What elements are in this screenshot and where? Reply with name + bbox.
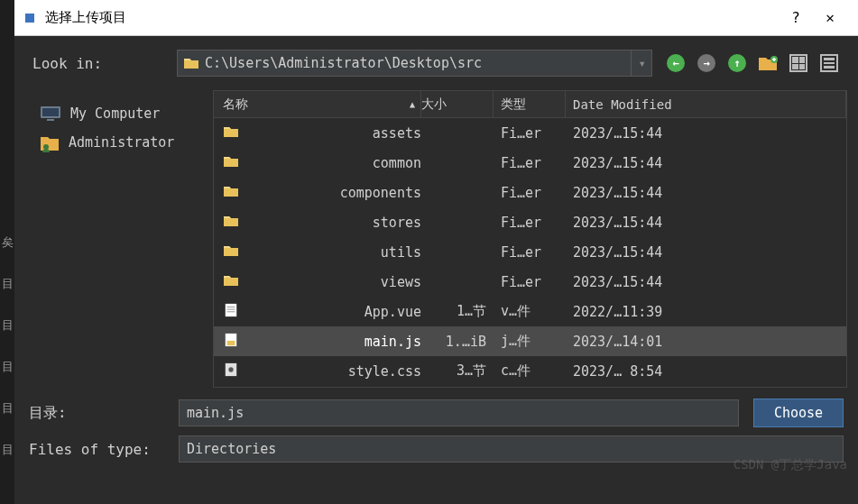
help-button[interactable]: ? bbox=[779, 9, 813, 26]
file-size: 1.…iB bbox=[421, 334, 494, 350]
file-type: Fi…er bbox=[494, 274, 566, 290]
lookin-label: Look in: bbox=[32, 55, 177, 72]
file-row[interactable]: storesFi…er2023/…15:44 bbox=[214, 207, 846, 237]
column-header-type[interactable]: 类型 bbox=[494, 91, 566, 117]
choose-button[interactable]: Choose bbox=[753, 399, 844, 427]
file-type: c…件 bbox=[494, 362, 566, 380]
folder-icon bbox=[223, 154, 239, 172]
svg-rect-3 bbox=[47, 119, 54, 121]
app-icon bbox=[25, 14, 34, 23]
file-date: 2023/…15:44 bbox=[566, 274, 846, 290]
file-row[interactable]: utilsFi…er2023/…15:44 bbox=[214, 237, 846, 267]
file-row[interactable]: assetsFi…er2023/…15:44 bbox=[214, 118, 846, 148]
file-name: App.vue bbox=[364, 304, 421, 320]
window-title: 选择上传项目 bbox=[45, 9, 779, 26]
titlebar: 选择上传项目 ? ✕ bbox=[14, 0, 858, 36]
file-icon bbox=[223, 303, 239, 321]
dir-input[interactable] bbox=[179, 399, 739, 426]
file-type: Fi…er bbox=[494, 185, 566, 201]
dir-label: 目录: bbox=[29, 404, 171, 423]
close-button[interactable]: ✕ bbox=[813, 9, 847, 26]
folder-icon bbox=[223, 273, 239, 291]
file-type: Fi…er bbox=[494, 155, 566, 171]
path-dropdown-icon[interactable]: ▾ bbox=[631, 50, 646, 76]
file-name: utils bbox=[381, 244, 421, 261]
column-header-size[interactable]: 大小 bbox=[421, 91, 494, 117]
file-name: style.css bbox=[348, 363, 421, 380]
file-list-header: 名称▲ 大小 类型 Date Modified bbox=[214, 91, 846, 118]
file-row[interactable]: App.vue1…节v…件2022/…11:39 bbox=[214, 297, 846, 326]
file-type: Fi…er bbox=[494, 125, 566, 142]
user-folder-icon bbox=[40, 133, 60, 152]
file-date: 2023/… 8:54 bbox=[566, 363, 846, 380]
column-header-date[interactable]: Date Modified bbox=[566, 91, 846, 117]
file-name: views bbox=[381, 274, 421, 290]
sort-asc-icon: ▲ bbox=[410, 99, 415, 109]
path-text: C:\Users\Administrator\Desktop\src bbox=[205, 55, 631, 71]
forward-button[interactable]: → bbox=[696, 52, 717, 74]
file-row[interactable]: componentsFi…er2023/…15:44 bbox=[214, 178, 846, 207]
computer-icon bbox=[40, 105, 61, 122]
folder-icon bbox=[223, 124, 239, 142]
file-size: 1…节 bbox=[421, 303, 494, 320]
filetype-combobox[interactable] bbox=[179, 435, 844, 463]
folder-icon bbox=[223, 214, 239, 232]
file-date: 2023/…14:01 bbox=[566, 334, 846, 350]
icon-view-button[interactable] bbox=[788, 52, 809, 74]
sidebar-item-mycomputer[interactable]: My Computer bbox=[32, 99, 213, 128]
folder-icon bbox=[223, 243, 239, 261]
new-folder-button[interactable] bbox=[757, 52, 779, 74]
file-size: 3…节 bbox=[421, 362, 494, 380]
file-date: 2023/…15:44 bbox=[566, 215, 846, 231]
sidebar-item-administrator[interactable]: Administrator bbox=[32, 128, 213, 157]
svg-rect-7 bbox=[227, 340, 235, 344]
up-button[interactable]: ↑ bbox=[726, 52, 748, 74]
file-name: main.js bbox=[364, 334, 421, 350]
file-type: Fi…er bbox=[494, 215, 566, 231]
file-type: j…件 bbox=[494, 333, 566, 350]
file-name: common bbox=[373, 155, 421, 171]
places-sidebar: My Computer Administrator bbox=[32, 90, 213, 388]
file-name: assets bbox=[373, 125, 421, 142]
editor-gutter: 矣 目 目 目 目 目 bbox=[0, 0, 14, 504]
list-view-button[interactable] bbox=[818, 52, 840, 74]
column-header-name[interactable]: 名称▲ bbox=[214, 91, 421, 117]
file-name: components bbox=[340, 185, 421, 201]
folder-icon bbox=[223, 184, 239, 202]
file-row[interactable]: main.js1.…iBj…件2023/…14:01 bbox=[214, 326, 846, 356]
back-button[interactable]: ← bbox=[665, 52, 687, 74]
filetype-label: Files of type: bbox=[29, 441, 171, 458]
file-name: stores bbox=[373, 215, 421, 231]
file-row[interactable]: commonFi…er2023/…15:44 bbox=[214, 148, 846, 178]
file-type: v…件 bbox=[494, 303, 566, 320]
file-row[interactable]: style.css3…节c…件2023/… 8:54 bbox=[214, 356, 846, 386]
file-list: 名称▲ 大小 类型 Date Modified assetsFi…er2023/… bbox=[213, 90, 847, 388]
file-date: 2023/…15:44 bbox=[566, 155, 846, 171]
sidebar-item-label: My Computer bbox=[70, 105, 160, 122]
file-date: 2023/…15:44 bbox=[566, 125, 846, 142]
svg-rect-5 bbox=[226, 303, 236, 316]
file-date: 2023/…15:44 bbox=[566, 244, 846, 261]
file-date: 2023/…15:44 bbox=[566, 185, 846, 201]
file-type: Fi…er bbox=[494, 244, 566, 261]
sidebar-item-label: Administrator bbox=[69, 134, 174, 151]
svg-point-9 bbox=[228, 367, 233, 371]
folder-icon bbox=[183, 56, 199, 70]
path-combobox[interactable]: C:\Users\Administrator\Desktop\src ▾ bbox=[177, 50, 652, 77]
file-row[interactable]: viewsFi…er2023/…15:44 bbox=[214, 267, 846, 297]
svg-rect-2 bbox=[42, 108, 59, 116]
file-date: 2022/…11:39 bbox=[566, 304, 846, 320]
file-icon bbox=[223, 333, 239, 351]
file-icon bbox=[223, 362, 239, 380]
